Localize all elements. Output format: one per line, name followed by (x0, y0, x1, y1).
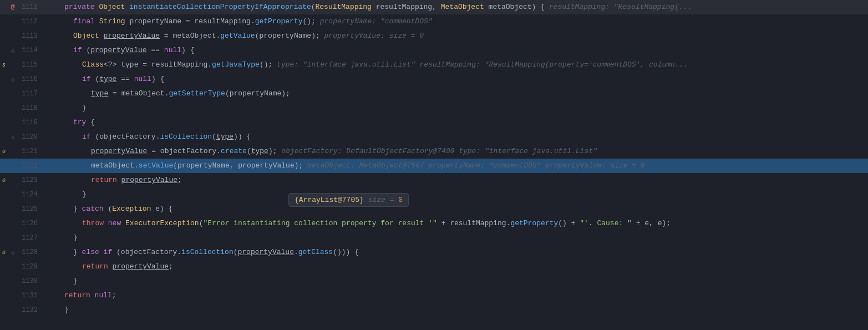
gutter-marker: ◇ (8, 249, 18, 256)
code-content[interactable]: private Object instantiateCollectionProp… (44, 0, 857, 14)
code-line[interactable]: 1132} (0, 303, 868, 317)
code-content[interactable]: } (44, 187, 857, 202)
code-line[interactable]: 1126throw new ExecutorException("Error i… (0, 216, 868, 231)
code-content[interactable]: } catch (Exception e) { (44, 202, 857, 216)
code-line[interactable]: ◇1114if (propertyValue == null) { (0, 43, 868, 58)
code-content[interactable]: Class<?> type = resultMapping.getJavaTyp… (44, 58, 857, 72)
token-punct: { (90, 118, 95, 126)
code-line[interactable]: o◇1128} else if (objectFactory.isCollect… (0, 245, 868, 260)
token-punct: . (251, 17, 255, 26)
code-line[interactable]: 1118} (0, 101, 868, 115)
gutter-marker: ◇ (8, 134, 18, 141)
code-content[interactable]: return null; (44, 288, 857, 303)
code-content[interactable]: return propertyValue; (44, 260, 857, 274)
code-line[interactable]: 1124} (0, 187, 868, 202)
token-type-name: Class (82, 60, 104, 69)
code-line[interactable]: 1130} (0, 274, 868, 288)
token-kw: null (164, 46, 181, 54)
token-kw: null (95, 291, 112, 299)
token-kw: else if (82, 248, 116, 256)
token-punct: ) { (160, 205, 172, 213)
token-punct: ); (268, 147, 277, 155)
left-indicator: o (0, 149, 8, 155)
token-kw: if (73, 46, 86, 54)
code-line[interactable]: 1131return null; (0, 288, 868, 303)
code-line[interactable]: 1122metaObject.setValue(propertyName, pr… (0, 159, 868, 173)
code-line[interactable]: 1119try { (0, 115, 868, 130)
code-line[interactable]: 1127} (0, 231, 868, 245)
line-number: 1128 (18, 248, 44, 256)
code-content[interactable]: propertyValue = objectFactory.create(typ… (44, 144, 857, 159)
code-line[interactable]: o1123return propertyValue; (0, 173, 868, 187)
code-content[interactable]: metaObject.setValue(propertyName, proper… (44, 159, 857, 173)
token-punct: (); (303, 17, 316, 26)
code-line[interactable]: s1115Class<?> type = resultMapping.getJa… (0, 58, 868, 72)
gutter-marker: ◇ (8, 76, 18, 83)
token-var: metaObject (91, 161, 134, 170)
code-content[interactable]: } (44, 101, 857, 115)
variable-underline: type (91, 89, 108, 98)
token-var: resultMapping (376, 3, 432, 11)
code-content[interactable]: } (44, 303, 857, 317)
token-type-name: ExecutorException (125, 219, 199, 227)
token-fn: instantiateCollectionPropertyIfAppropria… (129, 3, 311, 11)
token-var: type (116, 60, 138, 69)
code-line[interactable]: 1117type = metaObject.getSetterType(prop… (0, 87, 868, 101)
token-punct: ); (281, 89, 290, 98)
token-punct: } (82, 104, 87, 112)
token-punct: ) { (151, 75, 164, 83)
line-number: 1123 (18, 176, 44, 184)
code-content[interactable]: if (objectFactory.isCollection(type)) { (44, 130, 857, 144)
token-punct: ); (311, 32, 320, 40)
inline-hint: propertyValue: size = 0 (320, 32, 424, 40)
code-line[interactable]: 1112final String propertyName = resultMa… (0, 14, 868, 29)
code-area: @1111private Object instantiateCollectio… (0, 0, 868, 330)
line-number: 1131 (18, 292, 44, 299)
code-content[interactable]: type = metaObject.getSetterType(property… (44, 87, 857, 101)
token-punct: ( (255, 32, 260, 40)
code-line[interactable]: 1125} catch (Exception e) { (0, 202, 868, 216)
code-content[interactable]: try { (44, 115, 857, 130)
token-fn: setValue (139, 161, 173, 170)
code-line[interactable]: ◇1120if (objectFactory.isCollection(type… (0, 130, 868, 144)
code-content[interactable]: } (44, 274, 857, 288)
code-content[interactable]: } (44, 231, 857, 245)
variable-selected: propertyValue (238, 161, 294, 170)
token-kw: new (108, 219, 125, 227)
code-content[interactable]: if (type == null) { (44, 72, 857, 87)
token-var: resultMapping (194, 17, 250, 26)
token-punct: ( (234, 248, 238, 256)
code-content[interactable]: throw new ExecutorException("Error insta… (44, 216, 857, 231)
code-content[interactable]: if (propertyValue == null) { (44, 43, 857, 58)
code-content[interactable]: return propertyValue; (44, 173, 857, 187)
token-punct: = (108, 89, 121, 98)
line-number: 1118 (18, 104, 44, 112)
token-kw: if (82, 75, 95, 83)
code-content[interactable]: Object propertyValue = metaObject.getVal… (44, 29, 857, 43)
code-line[interactable]: @1111private Object instantiateCollectio… (0, 0, 868, 14)
token-punct: } (73, 277, 78, 285)
code-line[interactable]: ◇1116if (type == null) { (0, 72, 868, 87)
token-punct: } (73, 248, 82, 256)
token-punct: ; (177, 176, 182, 184)
token-punct: . (216, 147, 221, 155)
inline-hint: resultMapping: "ResultMapping{... (545, 3, 692, 11)
variable-underline: propertyValue (121, 176, 177, 184)
code-content[interactable]: final String propertyName = resultMappin… (44, 14, 857, 29)
code-line[interactable]: 1129return propertyValue; (0, 260, 868, 274)
token-punct: () + (558, 219, 580, 227)
token-var: propertyName (260, 32, 312, 40)
token-type-name: ResultMapping (316, 3, 376, 11)
code-line[interactable]: o1121propertyValue = objectFactory.creat… (0, 144, 868, 159)
token-str: "'. Cause: " (580, 219, 632, 227)
token-punct: . (294, 248, 298, 256)
token-punct: == (147, 46, 164, 54)
code-line[interactable]: 1113Object propertyValue = metaObject.ge… (0, 29, 868, 43)
token-kw: try (73, 118, 90, 126)
token-kw2: return (64, 291, 95, 299)
code-content[interactable]: } else if (objectFactory.isCollection(pr… (44, 245, 857, 260)
token-type-name: Object (73, 32, 104, 40)
line-number: 1120 (18, 133, 44, 141)
token-punct: . (177, 248, 181, 256)
token-punct: } (64, 306, 69, 314)
